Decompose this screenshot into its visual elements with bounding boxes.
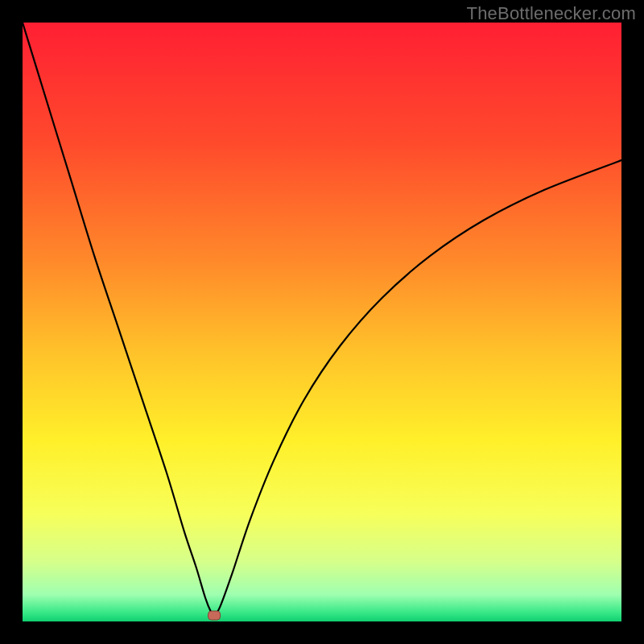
plot-area [23, 23, 621, 621]
watermark-label: TheBottlenecker.com [467, 3, 636, 24]
gradient-background [23, 23, 621, 621]
chart-svg [23, 23, 621, 621]
optimal-point-marker [208, 611, 221, 620]
chart-frame: TheBottlenecker.com [0, 0, 644, 644]
